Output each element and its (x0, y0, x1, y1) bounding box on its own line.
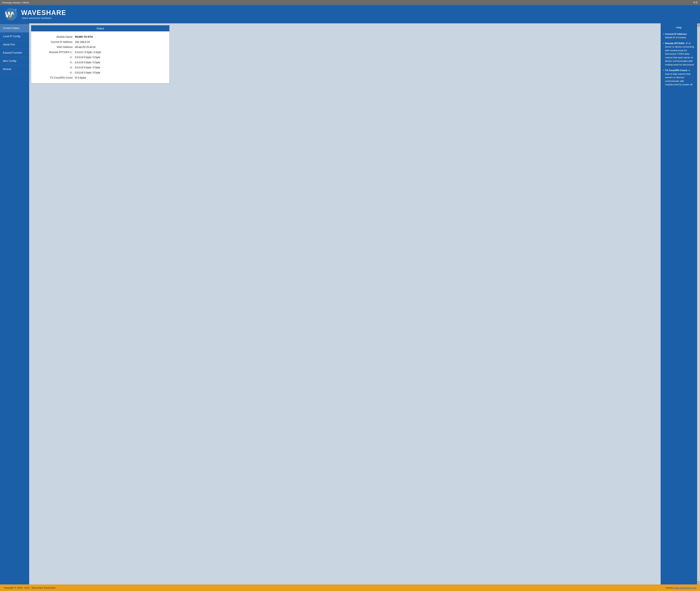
scroll-up-arrow[interactable]: ▲ (697, 23, 700, 26)
svg-text:A: A (11, 11, 14, 16)
firmware-version: Firmware Version: V4019 (2, 1, 29, 4)
sidebar-item-serial-port[interactable]: Serial Port (0, 41, 29, 49)
content-area: Status Module Name:RS485 TO ETHCurrent I… (29, 23, 660, 584)
status-row: Module Name:RS485 TO ETH (35, 34, 166, 40)
svg-text:®: ® (15, 9, 17, 11)
footer-website-label: website: (666, 586, 674, 589)
status-row-value: 0.0.0.0/ 0 byte / 0 byte (75, 56, 100, 59)
help-title: Help (663, 25, 695, 30)
status-header: Status (31, 25, 169, 31)
status-row-label: -5 : (35, 71, 75, 74)
status-row-value: 192.168.8.15 (75, 41, 90, 44)
status-row-value: d4-ad-20-70-af-c9 (75, 46, 95, 49)
waveshare-logo: W A ® (4, 8, 18, 21)
status-row-label: -4 : (35, 66, 75, 69)
status-row-label: Module Name: (35, 36, 75, 38)
brand-name: WAVESHARE (21, 9, 66, 17)
status-row: -5 :0.0.0.0/ 0 byte / 0 byte (35, 70, 166, 75)
main-layout: Current StatusLocal IP ConfigSerial Port… (0, 23, 700, 584)
sidebar-item-misc-config[interactable]: Misc Config (0, 57, 29, 65)
brand-text: WAVESHARE -share awesome hardware- (21, 9, 66, 19)
footer-website: website:www.waveshare.com (666, 586, 696, 589)
status-row-label: Current IP Address: (35, 41, 75, 44)
status-row: MAC Address:d4-ad-20-70-af-c9 (35, 45, 166, 50)
status-row: -3 :0.0.0.0/ 0 byte / 0 byte (35, 60, 166, 65)
status-row-value: 0.0.0.0/ 0 byte / 0 byte (75, 66, 100, 69)
status-row: Remote IP/TX/RX-1 :0.0.0.0 / 0 byte / 0 … (35, 50, 166, 55)
status-row: TX Count/RX Count:0/ 0 bytes (35, 75, 166, 80)
header: W A ® WAVESHARE -share awesome hardware- (0, 5, 700, 23)
status-row-value: 0.0.0.0 / 0 byte / 0 byte (75, 51, 101, 54)
sidebar-item-expand-function[interactable]: Expand Function (0, 49, 29, 57)
help-item: Current IP Address: default IP of module (663, 32, 695, 40)
status-row-label: -3 : (35, 61, 75, 64)
status-row-value: 0/ 0 bytes (75, 76, 86, 79)
status-row-value: 0.0.0.0/ 0 byte / 0 byte (75, 61, 100, 64)
status-table: Module Name:RS485 TO ETHCurrent IP Addre… (31, 31, 169, 83)
status-row-value: RS485 TO ETH (75, 36, 93, 38)
scroll-down-arrow[interactable]: ▼ (697, 582, 700, 584)
status-row: -2 :0.0.0.0/ 0 byte / 0 byte (35, 55, 166, 60)
status-panel: Status Module Name:RS485 TO ETHCurrent I… (31, 25, 169, 83)
sidebar: Current StatusLocal IP ConfigSerial Port… (0, 23, 29, 584)
help-item-title: Current IP Address: (665, 32, 687, 36)
scrollbar[interactable]: ▲ ▼ (697, 23, 700, 584)
language-toggle[interactable]: 中文 (693, 1, 698, 4)
help-item-title: Remote IP/TX/RX: (665, 42, 685, 45)
sidebar-item-current-status[interactable]: Current Status (0, 24, 29, 32)
status-row-label: Remote IP/TX/RX-1 : (35, 51, 75, 54)
help-panel: Help Current IP Address: default IP of m… (660, 23, 697, 584)
status-row: -4 :0.0.0.0/ 0 byte / 0 byte (35, 65, 166, 70)
status-row-label: MAC Address: (35, 46, 75, 49)
scroll-track[interactable] (697, 26, 700, 581)
status-row-label: -2 : (35, 56, 75, 59)
help-item-title: TX Count/RX Count: (665, 69, 688, 72)
help-item: TX Count/RX Count: a total of data volum… (663, 69, 695, 86)
status-row: Current IP Address:192.168.8.15 (35, 40, 166, 45)
status-row-label: TX Count/RX Count: (35, 76, 75, 79)
logo-container: W A ® WAVESHARE -share awesome hardware- (4, 8, 66, 21)
footer: Copyright © 2009 - 2016 · Waveshare Elec… (0, 584, 700, 591)
footer-copyright: Copyright © 2009 - 2016 · Waveshare Elec… (4, 586, 56, 589)
sidebar-item-local-ip-config[interactable]: Local IP Config (0, 32, 29, 41)
status-row-value: 0.0.0.0/ 0 byte / 0 byte (75, 71, 100, 74)
help-item: Remote IP/TX/RX: IP of server or device … (663, 42, 695, 67)
top-bar: Firmware Version: V4019 中文 (0, 0, 700, 5)
sidebar-item-reboot[interactable]: Reboot (0, 65, 29, 73)
right-panel-container: Help Current IP Address: default IP of m… (660, 23, 700, 584)
footer-website-link[interactable]: www.waveshare.com (674, 586, 696, 589)
brand-tagline: -share awesome hardware- (21, 17, 66, 19)
